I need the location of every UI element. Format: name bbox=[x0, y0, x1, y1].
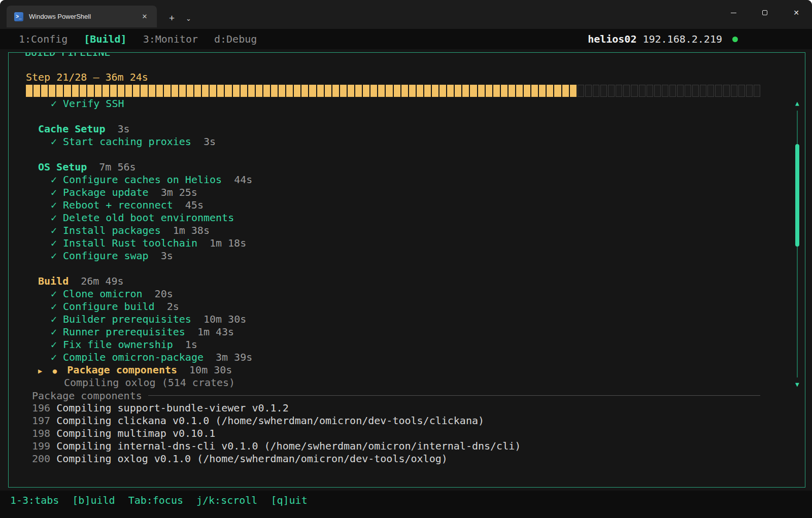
task-duration: 3m 39s bbox=[216, 351, 252, 363]
progress-block-empty bbox=[623, 85, 630, 97]
task-label: Builder prerequisites bbox=[63, 313, 191, 325]
tui-tab-build[interactable]: [Build] bbox=[84, 33, 126, 45]
host-info: helios02 192.168.2.219 bbox=[588, 29, 738, 49]
progress-block-empty bbox=[700, 85, 706, 97]
log-line: 200Compiling oxlog v0.1.0 (/home/swherdm… bbox=[32, 453, 805, 465]
close-button[interactable]: ✕ bbox=[781, 0, 812, 25]
progress-block-filled bbox=[370, 85, 377, 97]
task-group: ✓Verify SSH bbox=[9, 97, 805, 110]
task-label: Compile omicron-package bbox=[63, 351, 204, 363]
progress-block-filled bbox=[531, 85, 538, 97]
log-section-divider: Package components bbox=[32, 389, 760, 402]
task-row: ✓Compile omicron-package3m 39s bbox=[51, 351, 805, 364]
group-duration: 3s bbox=[117, 123, 129, 135]
task-label: Runner prerequisites bbox=[63, 326, 185, 338]
progress-block-empty bbox=[715, 85, 722, 97]
task-duration: 1m 38s bbox=[173, 224, 210, 236]
progress-bar bbox=[26, 85, 760, 97]
progress-block-filled bbox=[439, 85, 446, 97]
progress-block-empty bbox=[669, 85, 676, 97]
progress-block-filled bbox=[80, 85, 86, 97]
divider-line bbox=[148, 395, 760, 396]
scrollbar[interactable]: ▲ ▼ bbox=[793, 99, 801, 389]
task-info-line: Compiling oxlog (514 crates) bbox=[64, 376, 805, 389]
check-icon: ✓ bbox=[51, 212, 57, 224]
terminal-tab[interactable]: >_ Windows PowerShell ✕ bbox=[7, 6, 157, 27]
task-row: ✓Delete old boot environments bbox=[51, 212, 805, 224]
log-line-number: 197 bbox=[32, 415, 50, 427]
task-row: ✓Builder prerequisites10m 30s bbox=[51, 313, 805, 326]
check-icon: ✓ bbox=[51, 97, 57, 110]
check-icon: ✓ bbox=[51, 326, 57, 338]
progress-block-filled bbox=[562, 85, 569, 97]
task-duration: 45s bbox=[185, 199, 204, 211]
progress-block-empty bbox=[654, 85, 661, 97]
task-label: Configure build bbox=[63, 300, 155, 313]
keybinding-hint: Tab:focus bbox=[128, 494, 183, 506]
progress-block-filled bbox=[271, 85, 278, 97]
task-row: ✓Verify SSH bbox=[51, 97, 805, 110]
tab-dropdown-icon[interactable]: ⌄ bbox=[186, 15, 191, 22]
tui-tab-ddebug[interactable]: d:Debug bbox=[214, 33, 257, 45]
group-label: Build bbox=[38, 275, 69, 287]
progress-block-filled bbox=[103, 85, 109, 97]
scroll-up-icon[interactable]: ▲ bbox=[793, 99, 801, 108]
progress-block-filled bbox=[56, 85, 63, 97]
tui-tab-1config[interactable]: 1:Config bbox=[19, 33, 67, 45]
task-duration: 3s bbox=[161, 250, 173, 262]
progress-block-filled bbox=[424, 85, 431, 97]
progress-block-filled bbox=[87, 85, 94, 97]
progress-block-empty bbox=[692, 85, 699, 97]
progress-block-filled bbox=[340, 85, 347, 97]
host-ip: 192.168.2.219 bbox=[642, 33, 722, 45]
check-icon: ✓ bbox=[51, 199, 57, 211]
progress-block-filled bbox=[294, 85, 300, 97]
progress-block-filled bbox=[355, 85, 362, 97]
progress-block-filled bbox=[317, 85, 324, 97]
progress-block-empty bbox=[647, 85, 653, 97]
task-list: ✓Verify SSHCache Setup3s✓Start caching p… bbox=[9, 97, 805, 389]
maximize-button[interactable] bbox=[749, 0, 781, 25]
progress-block-filled bbox=[125, 85, 132, 97]
check-icon: ✓ bbox=[51, 300, 57, 313]
progress-block-empty bbox=[685, 85, 691, 97]
scroll-down-icon[interactable]: ▼ bbox=[793, 381, 801, 389]
panel-title: BUILD PIPELINE bbox=[20, 52, 116, 59]
check-icon: ✓ bbox=[51, 237, 57, 249]
log-line-text: Compiling multimap v0.10.1 bbox=[56, 427, 215, 439]
scrollbar-thumb[interactable] bbox=[795, 144, 799, 247]
log-line-number: 199 bbox=[32, 440, 50, 453]
progress-block-filled bbox=[210, 85, 216, 97]
progress-block-filled bbox=[470, 85, 477, 97]
progress-block-filled bbox=[233, 85, 240, 97]
progress-block-empty bbox=[600, 85, 607, 97]
task-row: ✓Clone omicron20s bbox=[51, 288, 805, 300]
progress-block-filled bbox=[570, 85, 577, 97]
progress-block-filled bbox=[95, 85, 101, 97]
minimize-button[interactable] bbox=[718, 0, 749, 25]
progress-block-filled bbox=[325, 85, 331, 97]
new-tab-button[interactable]: + bbox=[169, 13, 175, 23]
task-label: Install Rust toolchain bbox=[63, 237, 197, 249]
task-group: OS Setup7m 56s✓Configure caches on Helio… bbox=[9, 161, 805, 262]
task-row: ▶ ●Package components10m 30s bbox=[38, 364, 805, 376]
tab-title: Windows PowerShell bbox=[29, 13, 91, 20]
task-row: ✓Configure swap3s bbox=[51, 250, 805, 262]
progress-block-filled bbox=[432, 85, 438, 97]
tab-close-icon[interactable]: ✕ bbox=[138, 10, 152, 23]
task-group-header: Build26m 49s bbox=[38, 275, 805, 288]
tui-tab-3monitor[interactable]: 3:Monitor bbox=[143, 33, 198, 45]
log-line-text: Compiling support-bundle-viewer v0.1.2 bbox=[56, 402, 289, 414]
progress-block-filled bbox=[447, 85, 454, 97]
close-icon: ✕ bbox=[793, 9, 799, 17]
progress-block-filled bbox=[194, 85, 201, 97]
task-label: Install packages bbox=[63, 224, 161, 236]
progress-block-filled bbox=[363, 85, 369, 97]
progress-block-filled bbox=[516, 85, 523, 97]
task-duration: 3s bbox=[204, 135, 216, 148]
progress-block-filled bbox=[486, 85, 492, 97]
progress-block-filled bbox=[225, 85, 231, 97]
progress-block-empty bbox=[754, 85, 760, 97]
task-duration: 10m 30s bbox=[189, 364, 232, 376]
task-label: Reboot + reconnect bbox=[63, 199, 173, 211]
